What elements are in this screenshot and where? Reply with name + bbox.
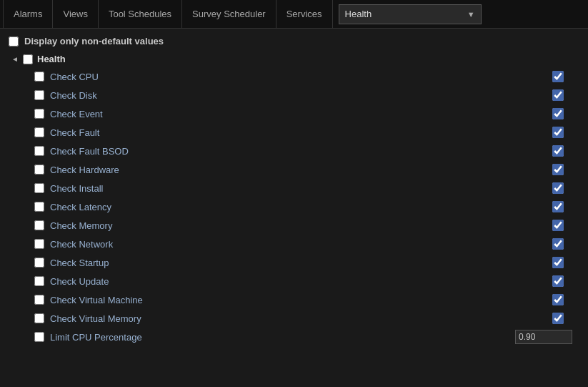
item-label-cpu[interactable]: Check CPU <box>50 72 537 82</box>
list-item: Check Virtual Memory <box>34 309 579 328</box>
item-info-checkbox-event[interactable] <box>34 109 44 119</box>
item-check-col-event <box>537 108 579 119</box>
list-item: Check Event <box>34 104 579 123</box>
item-info-checkbox-disk[interactable] <box>34 90 44 100</box>
list-item: Check Fault <box>34 123 579 142</box>
item-checkbox-fault[interactable] <box>552 127 564 138</box>
item-info-checkbox-memory[interactable] <box>34 220 44 230</box>
list-item: Check Startup <box>34 253 579 272</box>
tab-survey-scheduler[interactable]: Survey Scheduler <box>182 0 276 28</box>
item-checkbox-cpu[interactable] <box>552 71 564 82</box>
nondefault-row: Display only non-default values <box>9 36 579 46</box>
item-checkbox-hardware[interactable] <box>552 164 564 175</box>
item-checkbox-fault-bsod[interactable] <box>552 145 564 157</box>
tab-alarms[interactable]: Alarms <box>3 0 53 28</box>
item-info-checkbox-install[interactable] <box>34 183 44 193</box>
item-check-col-cpu <box>537 71 579 82</box>
item-checkbox-network[interactable] <box>552 238 564 250</box>
item-check-col-hardware <box>537 164 579 175</box>
list-item: Check CPU <box>34 67 579 86</box>
item-checkbox-event[interactable] <box>552 108 564 119</box>
list-item: Check Latency <box>34 197 579 216</box>
item-info-checkbox-virtual-memory[interactable] <box>34 313 44 323</box>
item-info-checkbox-cpu[interactable] <box>34 72 44 82</box>
item-checkbox-update[interactable] <box>552 275 564 287</box>
list-item: Check Hardware <box>34 160 579 179</box>
content-area: Display only non-default values ◄ Health… <box>0 29 588 353</box>
list-item: Limit CPU Percentage <box>34 328 579 346</box>
item-label-install[interactable]: Check Install <box>50 183 537 194</box>
item-checkbox-latency[interactable] <box>552 201 564 212</box>
item-info-checkbox-network[interactable] <box>34 239 44 249</box>
item-input-col-limit-cpu <box>515 330 579 344</box>
item-label-update[interactable]: Check Update <box>50 276 537 287</box>
items-list: Check CPUCheck DiskCheck EventCheck Faul… <box>34 67 579 346</box>
item-check-col-fault <box>537 127 579 138</box>
item-info-checkbox-hardware[interactable] <box>34 165 44 175</box>
item-check-col-startup <box>537 257 579 268</box>
item-checkbox-virtual-machine[interactable] <box>552 294 564 305</box>
item-checkbox-virtual-memory[interactable] <box>552 313 564 324</box>
list-item: Check Disk <box>34 86 579 104</box>
item-info-checkbox-fault[interactable] <box>34 127 44 137</box>
item-check-col-install <box>537 182 579 194</box>
tree-root: ◄ Health <box>11 54 579 64</box>
chevron-down-icon: ▼ <box>467 10 475 19</box>
item-label-limit-cpu[interactable]: Limit CPU Percentage <box>50 332 515 343</box>
list-item: Check Network <box>34 235 579 253</box>
item-label-virtual-memory[interactable]: Check Virtual Memory <box>50 313 537 324</box>
item-checkbox-memory[interactable] <box>552 220 564 231</box>
item-label-latency[interactable]: Check Latency <box>50 202 537 212</box>
item-checkbox-install[interactable] <box>552 182 564 194</box>
item-check-col-fault-bsod <box>537 145 579 157</box>
item-info-checkbox-fault-bsod[interactable] <box>34 146 44 156</box>
health-dropdown[interactable]: Health ▼ <box>339 4 482 24</box>
item-info-checkbox-update[interactable] <box>34 276 44 286</box>
list-item: Check Virtual Machine <box>34 290 579 309</box>
list-item: Check Memory <box>34 216 579 235</box>
item-check-col-update <box>537 275 579 287</box>
item-label-hardware[interactable]: Check Hardware <box>50 165 537 175</box>
nondefault-label: Display only non-default values <box>24 36 164 46</box>
item-check-col-memory <box>537 220 579 231</box>
item-label-network[interactable]: Check Network <box>50 239 537 250</box>
item-check-col-network <box>537 238 579 250</box>
health-dropdown-label: Health <box>345 9 372 19</box>
expand-arrow-icon[interactable]: ◄ <box>11 55 19 63</box>
health-root-checkbox[interactable] <box>23 54 33 64</box>
tree: ◄ Health Check CPUCheck DiskCheck EventC… <box>11 54 579 346</box>
tab-tool-schedules[interactable]: Tool Schedules <box>99 0 182 28</box>
item-info-checkbox-virtual-machine[interactable] <box>34 295 44 305</box>
item-check-col-disk <box>537 89 579 101</box>
item-label-startup[interactable]: Check Startup <box>50 258 537 268</box>
item-checkbox-disk[interactable] <box>552 89 564 101</box>
item-label-memory[interactable]: Check Memory <box>50 220 537 231</box>
item-label-virtual-machine[interactable]: Check Virtual Machine <box>50 295 537 305</box>
health-root-label: Health <box>37 54 66 64</box>
item-label-event[interactable]: Check Event <box>50 109 537 119</box>
item-checkbox-startup[interactable] <box>552 257 564 268</box>
list-item: Check Update <box>34 272 579 290</box>
item-label-fault-bsod[interactable]: Check Fault BSOD <box>50 146 537 157</box>
tab-views[interactable]: Views <box>53 0 98 28</box>
tab-services[interactable]: Services <box>276 0 333 28</box>
item-info-checkbox-startup[interactable] <box>34 258 44 268</box>
list-item: Check Install <box>34 179 579 197</box>
item-check-col-virtual-memory <box>537 313 579 324</box>
item-check-col-virtual-machine <box>537 294 579 305</box>
navbar: Alarms Views Tool Schedules Survey Sched… <box>0 0 588 29</box>
item-label-fault[interactable]: Check Fault <box>50 127 537 138</box>
item-info-checkbox-latency[interactable] <box>34 202 44 212</box>
list-item: Check Fault BSOD <box>34 142 579 160</box>
item-input-limit-cpu[interactable] <box>515 330 572 344</box>
nondefault-checkbox[interactable] <box>9 36 19 46</box>
item-check-col-latency <box>537 201 579 212</box>
item-label-disk[interactable]: Check Disk <box>50 90 537 101</box>
item-info-checkbox-limit-cpu[interactable] <box>34 332 44 342</box>
